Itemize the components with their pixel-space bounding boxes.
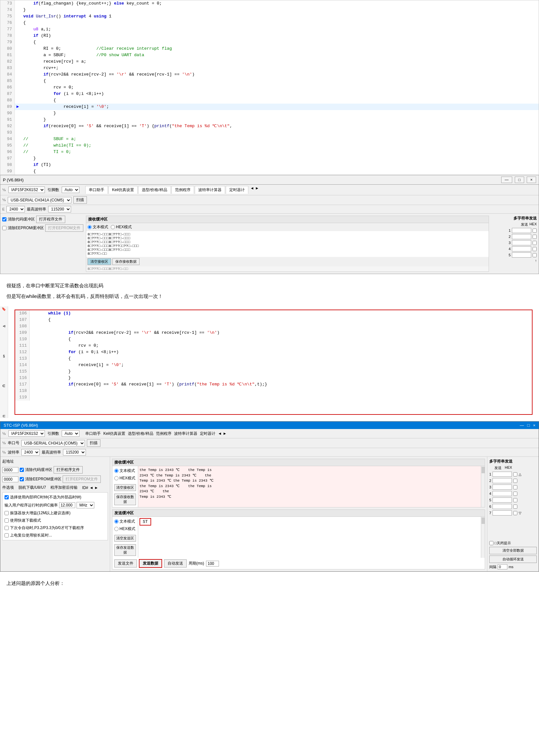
cb-line-118: 118 (15, 388, 532, 394)
auto-loop-btn[interactable]: 自动循环发送 (489, 556, 537, 563)
clear-eeprom-cb-1[interactable] (2, 226, 6, 230)
tab-example-1[interactable]: 范例程序 (172, 186, 194, 194)
send-input-1-5[interactable] (512, 252, 531, 258)
clear-code-cb-full[interactable] (20, 468, 24, 472)
scan-btn-full[interactable]: 扫描 (87, 439, 101, 447)
stc-minimize[interactable]: — (520, 423, 524, 428)
open-eeprom-btn-1[interactable]: 打开EEPROM文件 (45, 224, 83, 232)
addr1-input[interactable] (2, 467, 18, 473)
recv-text-radio[interactable] (114, 469, 118, 473)
pin-count-select-full[interactable]: Auto (62, 430, 79, 437)
clear-code-cb-1[interactable] (2, 217, 6, 222)
send-scrollbar[interactable] (481, 517, 485, 558)
auto-send-btn[interactable]: 自动发送 (164, 559, 187, 568)
stc-full-window: STC-ISP (V6.86H) — □ × ⅓ IAP15F2K61S2 引脚… (0, 421, 539, 572)
analysis-section: 上述问题的原因个人分析： (0, 575, 539, 591)
port-select-full[interactable]: USB-SERIAL CH341A (COM5) (21, 440, 85, 447)
max-baud-select-1[interactable]: 115200 (48, 206, 71, 212)
multi-cb-4[interactable] (513, 492, 517, 496)
clear-recv-btn-1[interactable]: 清空接收区 (88, 258, 111, 265)
p3-cb[interactable] (5, 526, 9, 530)
interval-input[interactable] (498, 564, 507, 570)
code-line-99: 99 { (0, 168, 539, 174)
multi-input-1[interactable] (493, 472, 512, 477)
code-line-95: 95 // while(TI == 0); (0, 142, 539, 149)
send-input-box[interactable]: ST (139, 518, 151, 525)
save-send-btn[interactable]: 保存发送数据 (114, 544, 136, 556)
send-hex-radio[interactable] (114, 527, 118, 531)
clear-eeprom-cb-full[interactable] (20, 477, 24, 481)
send-input-1-3[interactable] (512, 240, 531, 245)
irc-freq-unit[interactable]: MHz (77, 502, 94, 509)
tab-serial-1[interactable]: 串口助手 (85, 186, 108, 194)
send-data-btn[interactable]: 发送数据 (139, 559, 162, 568)
recv-hex-radio[interactable] (114, 476, 118, 480)
hex-mode-radio-1[interactable] (111, 225, 115, 229)
clear-recv-btn-full[interactable]: 清空接收区 (114, 484, 136, 491)
chip-model-select-1[interactable]: IAP15F2K61S2 (8, 186, 45, 193)
scan-button-1[interactable]: 扫描 (73, 196, 87, 204)
multi-input-7[interactable] (493, 510, 512, 515)
irc-freq-input[interactable] (59, 502, 75, 508)
close-button[interactable]: × (527, 176, 536, 183)
close-hint-cb[interactable] (489, 541, 494, 545)
stc-close[interactable]: × (533, 423, 535, 428)
stc-win-controls[interactable]: — □ × (520, 423, 535, 428)
save-recv-btn-full[interactable]: 保存接收数据 (114, 494, 136, 505)
multi-input-3[interactable] (493, 485, 512, 490)
code-line-91: 91 } (0, 116, 539, 123)
multi-cb-2[interactable] (513, 479, 517, 483)
amp-cb[interactable] (5, 511, 9, 515)
send-input-1-2[interactable] (512, 234, 531, 239)
baud-select-full[interactable]: 2400 (21, 449, 40, 455)
maximize-button[interactable]: □ (515, 176, 524, 183)
pin-count-select-1[interactable]: Auto (62, 186, 79, 193)
code-line-98: 98 if (TI) (0, 162, 539, 168)
send-file-btn[interactable]: 发送文件 (114, 559, 137, 568)
save-recv-btn-1[interactable]: 保存接收数据 (113, 258, 139, 265)
send-cb-1-1[interactable] (533, 229, 537, 233)
more-cb[interactable] (5, 533, 9, 537)
tab-keil-1[interactable]: Keil仿真设置 (109, 186, 138, 194)
multi-cb-7[interactable] (513, 511, 517, 515)
send-cb-1-3[interactable] (533, 241, 537, 245)
multi-input-5[interactable] (493, 498, 512, 503)
multi-cb-1[interactable] (513, 472, 517, 476)
multi-cb-3[interactable] (513, 485, 517, 489)
max-baud-select-full[interactable]: 115200 (63, 449, 86, 455)
multi-cb-6[interactable] (513, 505, 517, 509)
send-cb-1-5[interactable] (533, 253, 537, 257)
fast-cb[interactable] (5, 518, 9, 522)
text-mode-radio-1[interactable] (88, 225, 92, 229)
open-eeprom-btn-full[interactable]: 打开EEPROM文件 (63, 475, 101, 483)
tab-baud-1[interactable]: 波特率计算器 (195, 186, 225, 194)
window1-controls[interactable]: — □ × (501, 176, 536, 183)
addr2-input[interactable] (2, 476, 18, 482)
multi-cb-5[interactable] (513, 498, 517, 502)
period-input[interactable] (206, 561, 219, 567)
stc-maximize[interactable]: □ (527, 423, 530, 428)
clear-all-btn[interactable]: 清空全部数据 (489, 547, 537, 554)
open-program-btn-1[interactable]: 打开程序文件 (36, 216, 65, 223)
send-text-radio[interactable] (114, 519, 118, 523)
baud-select-1[interactable]: 2400 (6, 206, 25, 212)
recv-options: 文本模式 HEX模式 清空接收区 保存接收数据 (113, 466, 138, 507)
recv-scrollbar[interactable] (481, 466, 485, 507)
multi-input-6[interactable] (493, 504, 512, 509)
send-content-area[interactable]: ST (138, 517, 481, 558)
open-program-btn-full[interactable]: 打开程序文件 (54, 466, 83, 474)
tab-timer-1[interactable]: 定时器计 (226, 186, 248, 194)
multi-input-2[interactable] (493, 478, 512, 483)
send-input-1-4[interactable] (512, 246, 531, 251)
tab-model-1[interactable]: 选型/价格/样品 (138, 186, 171, 194)
minimize-button[interactable]: — (501, 176, 512, 183)
multi-input-4[interactable] (493, 491, 512, 496)
send-input-1-1[interactable] (512, 228, 531, 233)
port-select-1[interactable]: USB-SERIAL CH341A (COM5) (8, 197, 71, 203)
stc-title: STC-ISP (V6.86H) (4, 423, 38, 428)
clear-send-btn[interactable]: 清空发送区 (114, 535, 136, 542)
irc-cb-1[interactable] (5, 495, 9, 499)
chip-model-select-full[interactable]: IAP15F2K61S2 (8, 430, 45, 437)
send-cb-1-2[interactable] (533, 235, 537, 239)
send-cb-1-4[interactable] (533, 247, 537, 251)
